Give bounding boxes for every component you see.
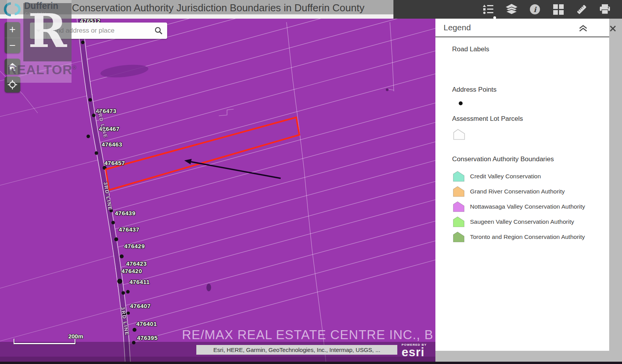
app-title: Conservation Authority Jurisdiction Boun… xyxy=(72,2,364,14)
search-source-dropdown[interactable] xyxy=(30,23,47,39)
dufferin-county-logo: Dufferin county xyxy=(3,1,58,17)
widget-toolbar: i xyxy=(482,3,611,16)
address-label: 476395 xyxy=(137,334,157,341)
esri-brand-text: esri xyxy=(402,346,427,358)
basemap-grid-icon xyxy=(553,4,564,15)
double-chevron-up-icon xyxy=(578,25,588,32)
address-label: 476429 xyxy=(124,243,145,249)
address-label: 476457 xyxy=(104,160,125,166)
panel-horizontal-scrollbar[interactable] xyxy=(435,351,622,362)
panel-divider xyxy=(435,37,609,37)
search-input[interactable] xyxy=(47,27,150,35)
legend-panel: Legend Road Labels Address Points Assess… xyxy=(435,19,622,362)
address-label: 476401 xyxy=(136,320,157,327)
search-icon xyxy=(154,26,163,35)
locate-button[interactable] xyxy=(5,77,20,92)
legend-item: Saugeen Valley Conservation Authority xyxy=(453,216,574,227)
app-window: 476512 476473 476467 476463 476457 47643… xyxy=(0,0,622,364)
legend-panel-title: Legend xyxy=(444,23,471,32)
layers-icon xyxy=(506,4,517,15)
home-icon xyxy=(8,63,17,71)
layer-address-points[interactable]: Address Points xyxy=(452,86,496,94)
address-label: 476423 xyxy=(126,260,147,267)
print-tool-button[interactable] xyxy=(599,3,611,16)
measure-ruler-icon xyxy=(576,3,587,15)
logo-sub-text: county xyxy=(25,10,58,16)
search-box xyxy=(30,23,167,39)
address-label: 476411 xyxy=(129,279,150,285)
layer-road-labels[interactable]: Road Labels xyxy=(452,45,489,53)
legend-item: Credit Valley Conservation xyxy=(453,171,541,182)
map-attribution: Esri, HERE, Garmin, GeoTechnologies, Inc… xyxy=(196,345,397,355)
layers-tool-button[interactable] xyxy=(505,3,518,16)
powered-by-esri-logo: POWERED BY esri xyxy=(402,343,427,358)
address-label: 476439 xyxy=(115,210,135,216)
print-icon xyxy=(599,4,610,14)
legend-list-icon xyxy=(483,4,494,14)
measure-tool-button[interactable] xyxy=(575,3,588,16)
address-point-symbol xyxy=(459,101,463,105)
bottom-edge-strip xyxy=(0,362,622,364)
remax-watermark: RE/MAX REAL ESTATE CENTRE INC., Brokerag… xyxy=(182,327,434,342)
legend-item-label: Nottawasaga Valley Conservation Authorit… xyxy=(470,203,585,210)
header-lower-strip xyxy=(0,14,393,19)
info-icon: i xyxy=(529,4,540,15)
logo-name-text: Dufferin xyxy=(24,1,58,10)
ca-swatch xyxy=(453,186,465,197)
address-label: 476420 xyxy=(121,268,142,274)
address-label: 476437 xyxy=(119,226,139,233)
panel-close-button[interactable] xyxy=(610,25,616,33)
map-canvas[interactable]: 476512 476473 476467 476463 476457 47643… xyxy=(0,0,435,364)
layer-ca-boundaries[interactable]: Conservation Authority Boundaries xyxy=(452,155,554,163)
map-vector-layer xyxy=(0,0,435,364)
legend-item: Nottawasaga Valley Conservation Authorit… xyxy=(453,201,585,212)
panel-vertical-scrollbar[interactable] xyxy=(609,19,622,351)
basemap-tool-button[interactable] xyxy=(552,3,564,16)
layer-assessment-parcels[interactable]: Assessment Lot Parcels xyxy=(452,115,523,123)
zoom-in-button[interactable]: + xyxy=(5,22,20,38)
ca-swatch xyxy=(453,201,465,212)
legend-item-label: Toronto and Region Conservation Authorit… xyxy=(470,233,585,240)
zoom-control: + − xyxy=(5,22,20,53)
ca-swatch xyxy=(453,216,465,227)
search-submit[interactable] xyxy=(150,26,167,35)
zoom-out-button[interactable]: − xyxy=(5,38,20,54)
legend-item-label: Saugeen Valley Conservation Authority xyxy=(470,218,574,225)
parcel-outline-symbol xyxy=(453,129,465,140)
info-tool-button[interactable]: i xyxy=(529,3,541,16)
ca-swatch xyxy=(453,232,465,242)
locate-icon xyxy=(8,80,17,89)
close-icon xyxy=(610,25,616,32)
legend-item-label: Credit Valley Conservation xyxy=(470,173,541,180)
panel-collapse-button[interactable] xyxy=(578,25,588,33)
address-label: 476463 xyxy=(101,141,122,148)
address-label: 476407 xyxy=(130,303,150,309)
home-button[interactable] xyxy=(5,59,20,75)
ca-swatch xyxy=(453,171,465,182)
scalebar xyxy=(14,339,75,344)
dufferin-logo-mark-icon xyxy=(3,1,23,17)
legend-item-label: Grand River Conservation Authority xyxy=(470,188,565,195)
legend-item: Toronto and Region Conservation Authorit… xyxy=(453,232,585,242)
legend-tool-button[interactable] xyxy=(482,3,494,16)
selected-parcel-outline xyxy=(106,117,299,190)
chevron-down-icon xyxy=(36,29,41,33)
legend-item: Grand River Conservation Authority xyxy=(453,186,565,197)
